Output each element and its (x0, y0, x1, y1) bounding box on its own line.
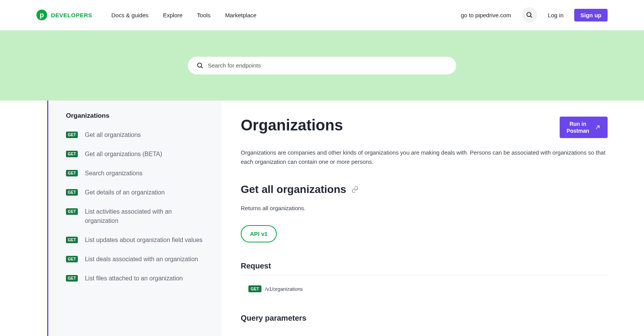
sidebar-item-list-files[interactable]: GET List files attached to an organizati… (61, 270, 211, 287)
method-badge: GET (66, 275, 78, 282)
svg-line-1 (531, 16, 532, 18)
search-icon (196, 62, 204, 69)
request-path: /v1/organizations (265, 286, 303, 292)
sidebar-title[interactable]: Organizations (66, 112, 211, 120)
sidebar-item-label: Get all organizations (85, 130, 141, 140)
sidebar-item-get-all-organizations[interactable]: GET Get all organizations (61, 127, 211, 143)
section-title-text: Get all organizations (241, 183, 346, 196)
sidebar-item-search-organizations[interactable]: GET Search organizations (61, 165, 211, 182)
svg-line-3 (201, 66, 203, 68)
nav-marketplace[interactable]: Marketplace (225, 12, 256, 18)
sidebar-item-list-deals[interactable]: GET List deals associated with an organi… (61, 251, 211, 268)
header-search-button[interactable] (522, 7, 537, 23)
request-method-badge: GET (248, 285, 261, 292)
run-in-postman-button[interactable]: Run in Postman (560, 117, 608, 138)
api-version-pill[interactable]: API v1 (241, 225, 277, 242)
signup-button[interactable]: Sign up (574, 9, 608, 21)
logo-text: DEVELOPERS (51, 12, 92, 18)
request-title: Request (241, 262, 608, 275)
sidebar-item-label: List activities associated with an organ… (85, 207, 206, 226)
logo-icon: p (36, 10, 47, 20)
sidebar-item-label: List files attached to an organization (85, 274, 182, 283)
sidebar-item-list-updates[interactable]: GET List updates about organization fiel… (61, 232, 211, 249)
sidebar-item-list-activities[interactable]: GET List activities associated with an o… (61, 203, 211, 229)
sidebar-item-get-all-organizations-beta[interactable]: GET Get all organizations (BETA) (61, 146, 211, 163)
signup-label: Sign up (580, 12, 601, 18)
method-badge: GET (66, 208, 78, 215)
sidebar: Organizations GET Get all organizations … (47, 100, 222, 336)
svg-line-4 (596, 126, 599, 129)
query-parameters-title: Query parameters (241, 314, 608, 323)
postman-label: Run in Postman (567, 120, 589, 134)
goto-pipedrive-link[interactable]: go to pipedrive.com (461, 12, 511, 18)
external-arrow-icon (595, 124, 601, 130)
page-title: Organizations (241, 117, 343, 134)
method-badge: GET (66, 151, 78, 157)
main-content: Organizations Run in Postman Organizatio… (222, 100, 644, 336)
nav-explore[interactable]: Explore (163, 12, 182, 18)
method-badge: GET (66, 189, 78, 196)
top-header: p DEVELOPERS Docs & guides Explore Tools… (0, 0, 644, 30)
api-version-label: API v1 (250, 231, 268, 237)
method-badge: GET (66, 237, 78, 243)
content-wrap: Organizations GET Get all organizations … (0, 100, 644, 336)
login-link[interactable]: Log in (548, 12, 564, 18)
sidebar-item-label: Search organizations (85, 169, 142, 178)
sidebar-item-label: Get all organizations (BETA) (85, 150, 162, 159)
section-description: Returns all organizations. (241, 205, 608, 211)
svg-point-2 (197, 63, 202, 67)
method-badge: GET (66, 132, 78, 138)
sidebar-item-label: List updates about organization field va… (85, 236, 202, 245)
sidebar-item-get-org-details[interactable]: GET Get details of an organization (61, 184, 211, 201)
method-badge: GET (66, 170, 78, 176)
request-row: GET /v1/organizations (241, 278, 608, 292)
main-heading-row: Organizations Run in Postman (241, 117, 608, 138)
page-description: Organizations are companies and other ki… (241, 148, 608, 166)
section-title: Get all organizations (241, 183, 608, 196)
sidebar-item-label: List deals associated with an organizati… (85, 255, 198, 264)
nav-docs-guides[interactable]: Docs & guides (112, 12, 149, 18)
hero-banner (0, 30, 644, 100)
header-right: go to pipedrive.com Log in Sign up (461, 7, 608, 23)
top-nav: Docs & guides Explore Tools Marketplace (112, 12, 256, 18)
endpoint-search-box[interactable] (188, 57, 456, 74)
link-icon[interactable] (352, 186, 358, 193)
svg-point-0 (527, 12, 531, 16)
method-badge: GET (66, 256, 78, 262)
logo[interactable]: p DEVELOPERS (36, 10, 92, 20)
search-icon (526, 11, 533, 19)
nav-tools[interactable]: Tools (197, 12, 210, 18)
endpoint-search-input[interactable] (208, 62, 448, 69)
sidebar-item-label: Get details of an organization (85, 188, 164, 197)
